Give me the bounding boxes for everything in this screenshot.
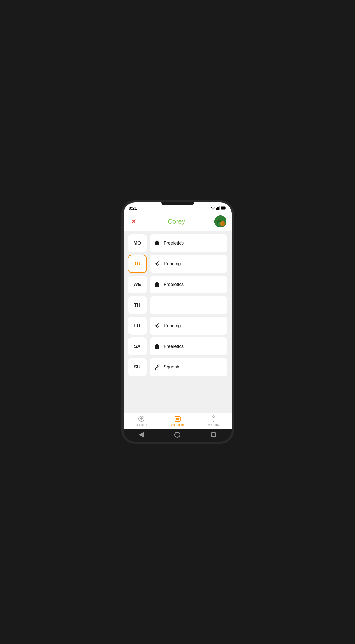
svg-rect-4 bbox=[209, 207, 209, 208]
day-label-fr: FR bbox=[128, 317, 147, 335]
freeletics-icon bbox=[154, 240, 160, 246]
activity-card-tu[interactable]: Running bbox=[150, 255, 227, 273]
svg-point-25 bbox=[141, 418, 142, 420]
day-label-th: TH bbox=[128, 296, 147, 314]
svg-point-19 bbox=[158, 323, 159, 324]
home-button[interactable] bbox=[174, 432, 180, 438]
table-row: MO Freeletics bbox=[128, 234, 227, 252]
day-label-tu: TU bbox=[128, 255, 147, 273]
svg-marker-18 bbox=[155, 282, 159, 287]
activity-card-mo[interactable]: Freeletics bbox=[150, 234, 227, 252]
activity-name-we: Freeletics bbox=[164, 282, 184, 287]
squash-icon bbox=[154, 364, 160, 370]
svg-rect-27 bbox=[176, 418, 179, 420]
day-label-we: WE bbox=[128, 276, 147, 293]
activity-name-su: Squash bbox=[164, 364, 180, 370]
activity-name-tu: Running bbox=[164, 261, 181, 267]
svg-rect-7 bbox=[218, 207, 219, 210]
nav-item-nutrition[interactable]: Nutrition bbox=[124, 415, 160, 426]
avatar[interactable] bbox=[214, 215, 226, 227]
svg-rect-11 bbox=[221, 207, 225, 209]
svg-point-30 bbox=[213, 416, 214, 417]
page-title: Corey bbox=[168, 218, 185, 225]
avatar-image bbox=[214, 215, 226, 227]
freeletics-icon-sa bbox=[154, 343, 160, 349]
freeletics-icon-we bbox=[154, 282, 160, 287]
activity-card-sa[interactable]: Freeletics bbox=[150, 337, 227, 355]
table-row: SU Squash bbox=[128, 358, 227, 376]
activity-card-fr[interactable]: Running bbox=[150, 317, 227, 335]
nav-item-schedule[interactable]: Schedule bbox=[159, 415, 196, 426]
nav-label-nutrition: Nutrition bbox=[136, 423, 147, 426]
svg-rect-6 bbox=[217, 207, 218, 210]
table-row: TH bbox=[128, 296, 227, 314]
sound-icon bbox=[205, 206, 209, 210]
table-row: WE Freeletics bbox=[128, 276, 227, 293]
activity-card-we[interactable]: Freeletics bbox=[150, 276, 227, 293]
svg-marker-20 bbox=[155, 344, 159, 349]
svg-point-17 bbox=[158, 261, 159, 262]
running-icon bbox=[154, 261, 160, 267]
svg-point-15 bbox=[218, 222, 223, 225]
activity-name-mo: Freeletics bbox=[164, 240, 184, 246]
nav-label-schedule: Schedule bbox=[171, 423, 184, 426]
nav-item-my-body[interactable]: My body bbox=[196, 415, 232, 426]
phone-frame: 9:21 bbox=[121, 200, 234, 444]
status-bar: 9:21 bbox=[124, 202, 232, 212]
svg-rect-5 bbox=[216, 208, 217, 210]
day-label-su: SU bbox=[128, 358, 147, 376]
svg-marker-16 bbox=[155, 240, 159, 245]
bottom-nav: Nutrition Schedule My body bbox=[124, 413, 232, 429]
battery-icon bbox=[221, 206, 226, 210]
day-label-sa: SA bbox=[128, 337, 147, 355]
svg-rect-3 bbox=[208, 207, 208, 209]
app-container: ✕ Corey MO bbox=[124, 212, 232, 429]
close-icon: ✕ bbox=[131, 218, 137, 225]
schedule-icon bbox=[174, 415, 181, 422]
table-row: SA Freeletics bbox=[128, 337, 227, 355]
header: ✕ Corey bbox=[124, 212, 232, 231]
activity-name-fr: Running bbox=[164, 323, 181, 329]
avatar-svg bbox=[214, 215, 226, 227]
running-icon-fr bbox=[154, 323, 160, 329]
day-label-mo: MO bbox=[128, 234, 147, 252]
status-time: 9:21 bbox=[129, 206, 137, 210]
activity-name-sa: Freeletics bbox=[164, 344, 184, 349]
status-icons bbox=[205, 206, 226, 210]
wifi-icon bbox=[211, 206, 215, 210]
table-row: TU Running bbox=[128, 255, 227, 273]
close-button[interactable]: ✕ bbox=[129, 217, 139, 226]
svg-rect-0 bbox=[205, 207, 205, 209]
back-button[interactable] bbox=[138, 432, 144, 438]
recents-button[interactable] bbox=[211, 432, 217, 438]
table-row: FR Running bbox=[128, 317, 227, 335]
system-bar bbox=[124, 429, 232, 442]
activity-card-th[interactable] bbox=[150, 296, 227, 314]
svg-rect-2 bbox=[207, 206, 207, 210]
nav-label-my-body: My body bbox=[208, 423, 219, 426]
svg-rect-1 bbox=[206, 207, 206, 209]
nutrition-icon bbox=[138, 415, 145, 422]
schedule-list: MO Freeletics TU bbox=[124, 231, 232, 413]
signal-icon bbox=[216, 206, 220, 210]
svg-rect-10 bbox=[226, 207, 226, 209]
svg-rect-8 bbox=[219, 206, 220, 210]
activity-card-su[interactable]: Squash bbox=[150, 358, 227, 376]
body-icon bbox=[210, 415, 217, 422]
